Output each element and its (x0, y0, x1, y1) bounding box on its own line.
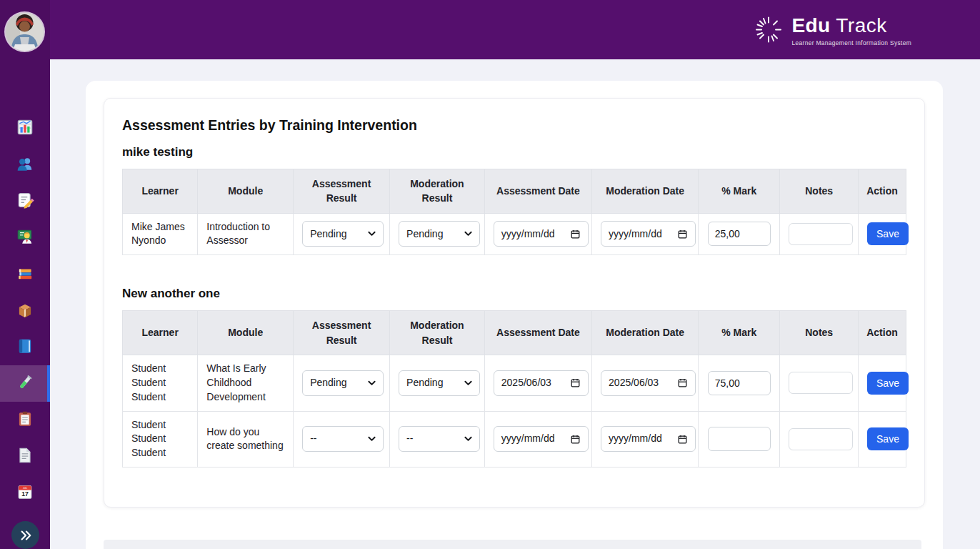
avatar-image (6, 13, 44, 51)
column-header: Moderation Date (592, 311, 699, 355)
select-value: Pending (310, 376, 346, 390)
logo-subtitle: Learner Management Information System (792, 39, 912, 46)
module-cell: How do you create something (198, 411, 294, 468)
books-icon (16, 264, 34, 285)
learner-cell: Mike James Nyondo (123, 213, 198, 255)
calendar-icon[interactable] (570, 377, 581, 388)
sidebar-item-blue-book[interactable] (0, 329, 50, 365)
assessment-date-input[interactable]: yyyy/mm/dd (494, 221, 589, 247)
column-header: % Mark (699, 311, 780, 355)
column-header: Notes (780, 311, 859, 355)
save-button[interactable]: Save (867, 427, 909, 450)
sidebar-item-bar-chart[interactable] (0, 110, 50, 147)
package-icon (16, 300, 34, 322)
sidebar-item-books[interactable] (0, 256, 50, 292)
mark-input[interactable] (708, 371, 771, 395)
memo-pencil-icon (16, 191, 34, 212)
teacher-icon (16, 227, 34, 249)
user-avatar[interactable] (6, 13, 44, 51)
moderation-date-input[interactable]: yyyy/mm/dd (601, 221, 696, 247)
calendar-icon[interactable] (570, 434, 581, 445)
sidebar-item-document[interactable] (0, 438, 50, 475)
moderation-date-input[interactable]: 2025/06/03 (601, 370, 696, 396)
content-area: Assessment Entries by Training Intervent… (50, 59, 980, 549)
date-value: yyyy/mm/dd (609, 227, 662, 242)
sidebar-collapse-button[interactable] (11, 521, 39, 549)
assessment-table: LearnerModuleAssessment ResultModeration… (122, 310, 906, 468)
date-value: yyyy/mm/dd (609, 432, 662, 446)
module-cell: Introduction to Assessor (198, 213, 294, 255)
sidebar-item-test-tube[interactable] (0, 365, 50, 402)
chevron-down-icon (464, 436, 472, 442)
select-value: Pending (406, 376, 443, 390)
select-value: Pending (310, 227, 346, 242)
column-header: Assessment Result (294, 311, 390, 355)
calendar-icon: JUL17 (16, 483, 34, 504)
sidebar-item-teacher[interactable] (0, 219, 50, 256)
mark-input[interactable] (708, 427, 771, 451)
assessment-section: New another oneLearnerModuleAssessment R… (122, 287, 906, 468)
chevron-down-icon (368, 231, 376, 237)
column-header: Assessment Date (484, 169, 591, 214)
notes-input[interactable] (789, 372, 853, 394)
column-header: Learner (123, 311, 198, 355)
notes-input[interactable] (789, 428, 853, 450)
sidebar-item-users[interactable] (0, 147, 50, 183)
assessment-result-select[interactable]: Pending (302, 221, 384, 247)
logo-title-bold: Edu (792, 14, 831, 36)
calendar-icon[interactable] (677, 377, 688, 388)
sidebar: JUL17 (0, 0, 50, 549)
column-header: Module (198, 311, 294, 355)
assessment-result-select[interactable]: -- (302, 426, 384, 452)
table-header-row: LearnerModuleAssessment ResultModeration… (123, 311, 906, 355)
sidebar-item-calendar[interactable]: JUL17 (0, 475, 50, 511)
chevron-down-icon (464, 231, 472, 237)
notes-input[interactable] (789, 223, 853, 245)
section-title: mike testing (122, 145, 906, 159)
save-button[interactable]: Save (867, 372, 909, 395)
table-header-row: LearnerModuleAssessment ResultModeration… (123, 169, 906, 214)
sidebar-item-memo-pencil[interactable] (0, 183, 50, 219)
module-cell: What Is Early Childhood Development (198, 355, 294, 411)
calendar-icon[interactable] (570, 229, 581, 239)
next-section-card-top (104, 540, 921, 549)
assessment-result-select[interactable]: Pending (302, 370, 384, 396)
svg-text:17: 17 (21, 490, 29, 498)
sidebar-item-package[interactable] (0, 292, 50, 329)
moderation-result-select[interactable]: -- (399, 426, 480, 452)
clipboard-icon (16, 410, 34, 431)
chevron-down-icon (368, 380, 376, 386)
chevron-down-icon (464, 380, 472, 386)
calendar-icon[interactable] (677, 434, 688, 445)
column-header: Assessment Result (294, 169, 390, 214)
moderation-result-select[interactable]: Pending (399, 221, 480, 247)
calendar-icon[interactable] (677, 229, 688, 239)
mark-input[interactable] (708, 222, 771, 246)
column-header: Learner (123, 169, 198, 214)
table-row: Student Student StudentHow do you create… (123, 411, 906, 468)
assessment-section: mike testingLearnerModuleAssessment Resu… (122, 145, 906, 255)
column-header: Moderation Result (390, 169, 485, 214)
sidebar-nav: JUL17 (0, 110, 50, 511)
sidebar-item-clipboard[interactable] (0, 402, 50, 438)
assessment-date-input[interactable]: yyyy/mm/dd (494, 426, 589, 452)
assessment-date-input[interactable]: 2025/06/03 (494, 370, 589, 396)
moderation-result-select[interactable]: Pending (399, 370, 480, 396)
table-row: Mike James NyondoIntroduction to Assesso… (123, 213, 906, 255)
column-header: Moderation Result (390, 311, 485, 355)
double-chevron-right-icon (19, 530, 32, 541)
chevron-down-icon (368, 436, 376, 442)
select-value: -- (310, 432, 316, 446)
document-icon (16, 446, 34, 468)
logo-title-light: Track (836, 14, 886, 36)
moderation-date-input[interactable]: yyyy/mm/dd (601, 426, 696, 452)
users-icon (16, 154, 34, 176)
select-value: Pending (406, 227, 443, 242)
column-header: Notes (780, 169, 859, 214)
column-header: Action (859, 311, 906, 355)
table-row: Student Student StudentWhat Is Early Chi… (123, 355, 906, 411)
save-button[interactable]: Save (867, 222, 909, 245)
section-title: New another one (122, 287, 906, 301)
bar-chart-icon (16, 118, 34, 139)
top-header-bar: Edu Track Learner Management Information… (0, 0, 980, 59)
